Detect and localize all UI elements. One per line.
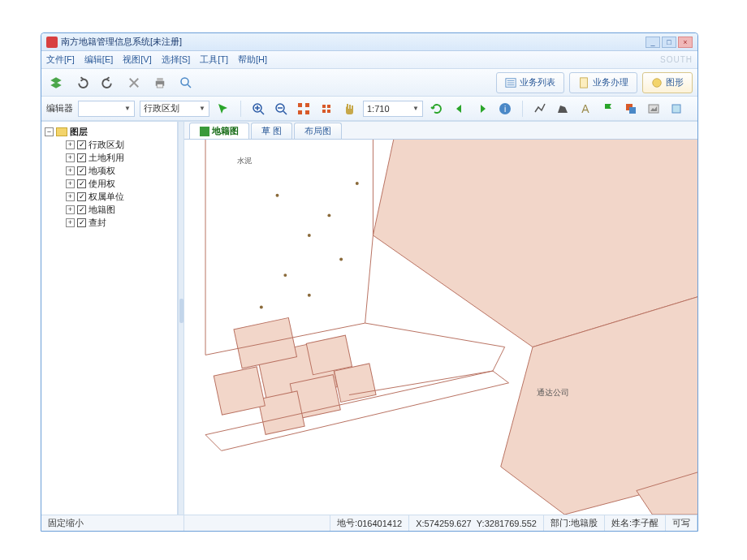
extent-full-tool[interactable] bbox=[295, 100, 313, 118]
scale-combo[interactable]: 1:710▼ bbox=[363, 101, 423, 117]
tree-item[interactable]: +✓权属单位 bbox=[43, 190, 175, 203]
map-tabs: 地籍图 草 图 布局图 bbox=[184, 122, 697, 140]
menu-select[interactable]: 选择[S] bbox=[162, 54, 190, 66]
editor-dropdown[interactable]: ▼ bbox=[78, 101, 135, 117]
expand-icon[interactable]: + bbox=[66, 218, 75, 227]
expand-icon[interactable]: + bbox=[66, 192, 75, 201]
menu-help[interactable]: 帮助[H] bbox=[238, 54, 267, 66]
expand-icon[interactable]: + bbox=[66, 140, 75, 149]
tree-item[interactable]: +✓使用权 bbox=[43, 177, 175, 190]
svg-rect-15 bbox=[322, 110, 326, 113]
nav-back-button[interactable] bbox=[451, 100, 468, 118]
svg-rect-23 bbox=[672, 105, 680, 113]
refresh-button[interactable] bbox=[428, 100, 446, 118]
map-svg: 通达公司 水泥 bbox=[184, 140, 697, 515]
title-bar: 南方地籍管理信息系统[未注册] _ □ × bbox=[41, 33, 697, 51]
svg-point-34 bbox=[283, 274, 287, 277]
list-icon bbox=[505, 77, 516, 88]
app-icon bbox=[46, 37, 58, 48]
tree-item[interactable]: +✓查封 bbox=[43, 216, 175, 229]
map-icon bbox=[200, 127, 209, 136]
map-canvas[interactable]: 通达公司 水泥 bbox=[184, 140, 697, 515]
close-button[interactable]: × bbox=[678, 37, 693, 48]
tree-item-label: 使用权 bbox=[89, 178, 115, 190]
svg-text:A: A bbox=[581, 102, 589, 115]
document-icon bbox=[578, 77, 589, 88]
expand-icon[interactable]: + bbox=[66, 179, 75, 188]
select-tool[interactable] bbox=[214, 100, 232, 118]
tab-graphics[interactable]: 图形 bbox=[642, 72, 693, 93]
pan-tool[interactable] bbox=[340, 100, 358, 118]
menu-file[interactable]: 文件[F] bbox=[46, 54, 75, 66]
svg-point-36 bbox=[356, 182, 359, 185]
checkbox[interactable]: ✓ bbox=[77, 153, 86, 162]
overlay-tool[interactable] bbox=[622, 100, 640, 118]
checkbox[interactable]: ✓ bbox=[77, 218, 86, 227]
checkbox[interactable]: ✓ bbox=[77, 205, 86, 214]
expand-icon[interactable]: + bbox=[66, 205, 75, 214]
minimize-button[interactable]: _ bbox=[646, 37, 660, 48]
svg-rect-10 bbox=[305, 103, 309, 107]
svg-point-35 bbox=[327, 213, 330, 217]
map-toolbar: 编辑器 ▼ 行政区划▼ 1:710▼ bbox=[41, 97, 697, 121]
layer-dropdown[interactable]: 行政区划▼ bbox=[140, 101, 209, 117]
svg-rect-14 bbox=[327, 105, 330, 108]
menu-edit[interactable]: 编辑[E] bbox=[84, 54, 113, 66]
image-tool[interactable] bbox=[645, 100, 663, 118]
expand-icon[interactable]: + bbox=[66, 166, 75, 175]
tree-item[interactable]: +✓土地利用 bbox=[43, 151, 175, 164]
splitter[interactable] bbox=[178, 122, 184, 515]
tree-item[interactable]: +✓地籍图 bbox=[43, 203, 175, 216]
search-button[interactable] bbox=[176, 73, 196, 93]
print-button[interactable] bbox=[150, 73, 170, 93]
folder-icon bbox=[56, 127, 67, 136]
checkbox[interactable]: ✓ bbox=[77, 140, 86, 149]
zoom-in-tool[interactable] bbox=[249, 100, 267, 118]
svg-point-39 bbox=[308, 294, 311, 297]
collapse-icon[interactable]: − bbox=[45, 127, 54, 136]
checkbox[interactable]: ✓ bbox=[77, 166, 86, 175]
tab-business-handle[interactable]: 业务办理 bbox=[569, 72, 637, 93]
status-user: 姓名:李子醒 bbox=[605, 515, 666, 531]
layers-button[interactable] bbox=[46, 73, 66, 93]
menu-tools[interactable]: 工具[T] bbox=[200, 54, 228, 66]
svg-text:i: i bbox=[504, 105, 506, 114]
checkbox[interactable]: ✓ bbox=[77, 192, 86, 201]
status-mode: 固定缩小 bbox=[41, 515, 184, 531]
delete-button[interactable] bbox=[124, 73, 144, 93]
svg-rect-24 bbox=[200, 127, 209, 136]
map-tab-layout[interactable]: 布局图 bbox=[294, 123, 342, 139]
map-tab-draft[interactable]: 草 图 bbox=[251, 123, 292, 139]
expand-icon[interactable]: + bbox=[66, 153, 75, 162]
menu-view[interactable]: 视图[V] bbox=[123, 54, 151, 66]
tab-business-list[interactable]: 业务列表 bbox=[496, 72, 564, 93]
flag-tool[interactable] bbox=[599, 100, 617, 118]
svg-rect-2 bbox=[157, 84, 163, 88]
tree-item[interactable]: +✓行政区划 bbox=[43, 138, 175, 151]
layer-tree-panel: − 图层 +✓行政区划+✓土地利用+✓地项权+✓使用权+✓权属单位+✓地籍图+✓… bbox=[41, 122, 178, 515]
redo-button[interactable] bbox=[98, 73, 118, 93]
svg-rect-9 bbox=[298, 103, 302, 107]
text-tool[interactable]: A bbox=[576, 100, 594, 118]
info-button[interactable]: i bbox=[496, 100, 514, 118]
tree-item-label: 土地利用 bbox=[89, 152, 124, 164]
extent-window-tool[interactable] bbox=[317, 100, 335, 118]
note-tool[interactable] bbox=[667, 100, 685, 118]
draw-line-tool[interactable] bbox=[531, 100, 549, 118]
map-tab-cadastral[interactable]: 地籍图 bbox=[189, 123, 249, 139]
tree-root[interactable]: − 图层 bbox=[43, 125, 175, 138]
undo-button[interactable] bbox=[72, 73, 92, 93]
nav-forward-button[interactable] bbox=[473, 100, 491, 118]
status-dept: 部门:地籍股 bbox=[544, 515, 605, 531]
tree-item[interactable]: +✓地项权 bbox=[43, 164, 175, 177]
editor-label: 编辑器 bbox=[46, 102, 73, 114]
svg-point-6 bbox=[653, 78, 662, 87]
status-bar: 固定缩小 地号:016401412 X:574259.627 Y:3281769… bbox=[41, 515, 697, 531]
checkbox[interactable]: ✓ bbox=[77, 179, 86, 188]
main-toolbar: 业务列表 业务办理 图形 bbox=[41, 69, 697, 97]
maximize-button[interactable]: □ bbox=[662, 37, 676, 48]
status-coords: X:574259.627 Y:3281769.552 bbox=[409, 515, 544, 531]
svg-point-37 bbox=[339, 257, 343, 261]
draw-polygon-tool[interactable] bbox=[554, 100, 572, 118]
zoom-out-tool[interactable] bbox=[272, 100, 290, 118]
